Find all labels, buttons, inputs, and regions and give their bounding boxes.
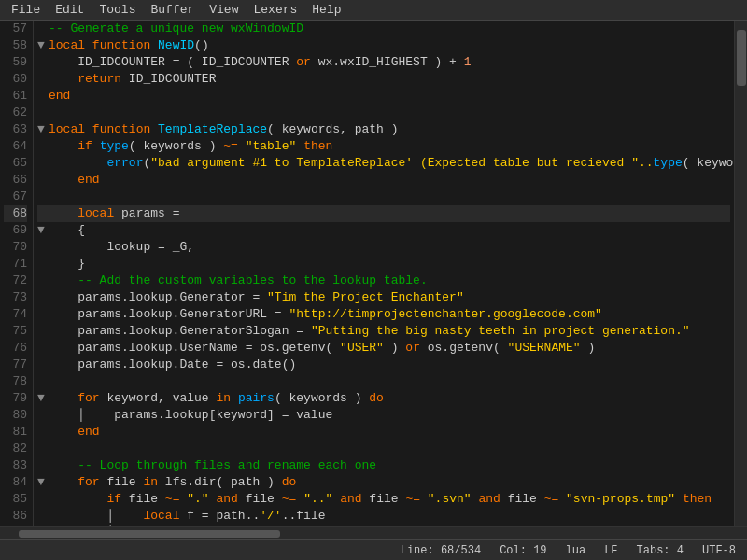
line-num-75: 75 — [4, 323, 27, 340]
fold-71[interactable] — [37, 256, 49, 273]
line-numbers: 57 58 59 60 61 62 63 64 65 66 67 68 69 7… — [0, 21, 34, 526]
hscroll-thumb[interactable] — [19, 530, 280, 538]
fold-57[interactable] — [37, 21, 49, 37]
fold-79[interactable]: ▼ — [37, 390, 49, 407]
fold-87[interactable] — [37, 525, 49, 526]
line-num-66: 66 — [4, 172, 27, 189]
fold-73[interactable] — [37, 289, 49, 306]
fold-66[interactable] — [37, 172, 49, 189]
code-area[interactable]: -- Generate a unique new wxWindowID ▼ lo… — [34, 21, 734, 526]
code-line-76: params.lookup.UserName = os.getenv( "USE… — [37, 340, 730, 357]
code-line-85: if file ~= "." and file ~= ".." and file… — [37, 491, 730, 508]
code-line-68: local params = — [37, 205, 730, 222]
line-num-70: 70 — [4, 239, 27, 256]
status-lang: lua — [566, 544, 586, 557]
line-num-64: 64 — [4, 138, 27, 155]
vertical-scrollbar[interactable] — [734, 21, 747, 526]
code-line-87: │ print( "\t" ..f ) — [37, 525, 730, 526]
code-line-64: if type( keywords ) ~= "table" then — [37, 138, 730, 155]
fold-67[interactable] — [37, 189, 49, 205]
fold-78[interactable] — [37, 373, 49, 390]
code-line-79: ▼ for keyword, value in pairs( keywords … — [37, 390, 730, 407]
code-line-75: params.lookup.GeneratorSlogan = "Putting… — [37, 323, 730, 340]
code-line-58: ▼ local function NewID() — [37, 37, 730, 54]
line-num-73: 73 — [4, 289, 27, 306]
code-line-62 — [37, 105, 730, 121]
fold-81[interactable] — [37, 424, 49, 441]
fold-69[interactable]: ▼ — [37, 222, 49, 239]
status-col: Col: 19 — [500, 544, 546, 557]
line-num-84: 84 — [4, 474, 27, 491]
line-num-61: 61 — [4, 88, 27, 105]
code-line-57: -- Generate a unique new wxWindowID — [37, 21, 730, 37]
fold-80[interactable] — [37, 407, 49, 424]
fold-64[interactable] — [37, 138, 49, 155]
code-line-81: end — [37, 424, 730, 441]
code-line-78 — [37, 373, 730, 390]
fold-62[interactable] — [37, 105, 49, 121]
status-line: Line: 68/534 — [401, 544, 481, 557]
code-line-61: end — [37, 88, 730, 105]
fold-84[interactable]: ▼ — [37, 474, 49, 491]
status-eol: LF — [604, 544, 617, 557]
code-line-67 — [37, 189, 730, 205]
line-num-67: 67 — [4, 189, 27, 205]
line-num-60: 60 — [4, 71, 27, 88]
fold-76[interactable] — [37, 340, 49, 357]
line-num-77: 77 — [4, 357, 27, 373]
menu-lexers[interactable]: Lexers — [246, 0, 304, 21]
code-line-72: -- Add the custom variables to the looku… — [37, 273, 730, 289]
fold-77[interactable] — [37, 357, 49, 373]
menu-help[interactable]: Help — [304, 0, 348, 21]
line-num-69: 69 — [4, 222, 27, 239]
code-line-77: params.lookup.Date = os.date() — [37, 357, 730, 373]
fold-74[interactable] — [37, 306, 49, 323]
fold-75[interactable] — [37, 323, 49, 340]
line-num-57: 57 — [4, 21, 27, 37]
code-line-84: ▼ for file in lfs.dir( path ) do — [37, 474, 730, 491]
line-num-68: 68 — [4, 205, 27, 222]
editor-container: 57 58 59 60 61 62 63 64 65 66 67 68 69 7… — [0, 21, 747, 526]
menu-file[interactable]: File — [4, 0, 48, 21]
fold-70[interactable] — [37, 239, 49, 256]
horizontal-scrollbar[interactable] — [0, 526, 747, 539]
line-num-78: 78 — [4, 373, 27, 390]
code-line-74: params.lookup.GeneratorURL = "http://tim… — [37, 306, 730, 323]
menu-buffer[interactable]: Buffer — [143, 0, 202, 21]
line-num-71: 71 — [4, 256, 27, 273]
menu-tools[interactable]: Tools — [92, 0, 143, 21]
line-num-82: 82 — [4, 441, 27, 457]
line-num-63: 63 — [4, 121, 27, 138]
line-num-72: 72 — [4, 273, 27, 289]
code-line-69: ▼ { — [37, 222, 730, 239]
scrollbar-thumb[interactable] — [737, 30, 746, 86]
fold-86[interactable] — [37, 508, 49, 525]
code-line-60: return ID_IDCOUNTER — [37, 71, 730, 88]
menu-edit[interactable]: Edit — [48, 0, 92, 21]
line-num-76: 76 — [4, 340, 27, 357]
fold-63[interactable]: ▼ — [37, 121, 49, 138]
code-line-82 — [37, 441, 730, 457]
code-line-63: ▼ local function TemplateReplace( keywor… — [37, 121, 730, 138]
fold-68[interactable] — [37, 205, 49, 222]
fold-60[interactable] — [37, 71, 49, 88]
menubar: File Edit Tools Buffer View Lexers Help — [0, 0, 747, 21]
line-num-58: 58 — [4, 37, 27, 54]
line-num-87: 87 — [4, 525, 27, 526]
menu-view[interactable]: View — [202, 0, 246, 21]
fold-59[interactable] — [37, 54, 49, 71]
status-tabs: Tabs: 4 — [637, 544, 684, 557]
fold-61[interactable] — [37, 88, 49, 105]
fold-72[interactable] — [37, 273, 49, 289]
code-line-80: │ params.lookup[keyword] = value — [37, 407, 730, 424]
fold-83[interactable] — [37, 457, 49, 474]
fold-82[interactable] — [37, 441, 49, 457]
line-num-83: 83 — [4, 457, 27, 474]
line-num-85: 85 — [4, 491, 27, 508]
line-num-62: 62 — [4, 105, 27, 121]
fold-65[interactable] — [37, 155, 49, 172]
line-num-65: 65 — [4, 155, 27, 172]
line-num-74: 74 — [4, 306, 27, 323]
fold-85[interactable] — [37, 491, 49, 508]
fold-58[interactable]: ▼ — [37, 37, 49, 54]
